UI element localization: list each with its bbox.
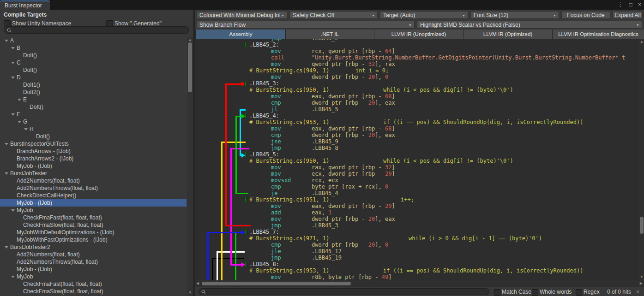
branch-arrowhead-blue (241, 230, 245, 235)
fold-open-icon[interactable] (11, 62, 15, 64)
window-tab-title: Burst Inspector (5, 2, 42, 9)
code-hscrollbar-thumb[interactable] (202, 282, 351, 285)
tree-item-g[interactable]: G (0, 118, 187, 125)
fold-open-icon[interactable] (24, 128, 28, 130)
tab-llvm-ir-unoptimized[interactable]: LLVM IR (Unoptimized) (374, 30, 463, 39)
focus-on-code-button[interactable]: Focus on Code (561, 11, 610, 19)
tree-item-doit[interactable]: DoIt() (0, 103, 187, 111)
tree-item-label: G (23, 118, 27, 125)
show-generated-label: Show ".Generated" (114, 20, 162, 27)
search-icon (201, 289, 206, 295)
tree-item-label: BranchArrows2 - (IJob) (17, 155, 73, 162)
tree-item-brancharrows-ijob[interactable]: BranchArrows - (IJob) (0, 148, 187, 155)
tab-llvm-ir-diagnostics[interactable]: LLVM IR Optimisation Diagnostics (553, 30, 644, 39)
match-case-checkbox[interactable] (494, 289, 500, 296)
fold-open-icon[interactable] (11, 77, 15, 79)
fold-open-icon[interactable] (18, 121, 21, 123)
window-controls: ⋮ □ × (614, 0, 641, 10)
tree-item-label: B (17, 44, 20, 52)
tab-llvm-ir-optimized[interactable]: LLVM IR (Optimized) (463, 30, 552, 39)
tree-item-myjob-ijob[interactable]: MyJob - (IJob) (0, 162, 187, 170)
tree-scrollbar-thumb[interactable] (188, 42, 192, 92)
fold-open-icon[interactable] (5, 172, 8, 175)
tree-item-burstjobtester2[interactable]: BurstJobTester2 (0, 243, 187, 251)
scroll-right-icon[interactable]: ▶ (640, 282, 643, 285)
compile-targets-search[interactable] (4, 26, 189, 34)
tab-net-il[interactable]: .NET IL (286, 30, 374, 39)
tree-item-add2numbers-float-float[interactable]: Add2Numbers(float, float) (0, 177, 187, 184)
fold-open-icon[interactable] (11, 113, 15, 116)
tab-burst-inspector[interactable]: Burst Inspector (0, 0, 50, 10)
code-vertical-scrollbar[interactable]: ▲ ▼ (639, 39, 644, 280)
tree-item-myjob[interactable]: MyJob (0, 207, 187, 214)
tree-item-e[interactable]: E (0, 96, 187, 103)
tree-item-doit[interactable]: DoIt() (0, 52, 187, 59)
scroll-left-icon[interactable]: ◀ (196, 282, 199, 285)
tree-item-add2numbers-float-float[interactable]: Add2Numbers(float, float) (0, 251, 187, 258)
dropdown-safety-check[interactable]: Safety Check Off▼ (289, 11, 378, 19)
tree-item-doit2[interactable]: DoIt2() (0, 89, 187, 96)
tree-item-label: BurstJobTester (10, 170, 47, 177)
maximize-icon[interactable]: □ (629, 0, 632, 10)
search-input[interactable] (13, 27, 188, 34)
chevron-down-icon: ▼ (636, 21, 639, 29)
find-input[interactable] (207, 289, 486, 296)
fold-open-icon[interactable] (11, 276, 15, 278)
scroll-up-icon[interactable]: ▲ (188, 38, 192, 42)
tab-assembly[interactable]: Assembly (196, 30, 285, 39)
tree-item-a[interactable]: A (0, 37, 187, 44)
tree-item-c[interactable]: C (0, 59, 187, 66)
scroll-down-icon[interactable]: ▼ (188, 291, 192, 295)
tree-item-doit[interactable]: DoIt() (0, 133, 187, 140)
tree-item-myjob-ijob[interactable]: MyJob - (IJob) (0, 199, 187, 207)
dropdown-target[interactable]: Target (Auto)▼ (380, 11, 468, 19)
tree-item-label: CheckFmaFast(float, float, float) (23, 214, 102, 221)
tree-item-checkfmafast-float-float-float[interactable]: CheckFmaFast(float, float, float) (0, 214, 187, 221)
tree-item-checkfmafast-float-float-float[interactable]: CheckFmaFast(float, float, float) (0, 280, 187, 288)
whole-words-checkbox[interactable] (532, 289, 538, 296)
code-vscrollbar-thumb[interactable] (640, 217, 644, 234)
tree-item-myjob-ijob[interactable]: MyJob - (IJob) (0, 266, 187, 273)
menu-icon[interactable]: ⋮ (618, 0, 623, 10)
tree-item-burstjobtester[interactable]: BurstJobTester (0, 170, 187, 177)
tree-item-myjob[interactable]: MyJob (0, 273, 187, 280)
close-icon[interactable]: × (638, 0, 641, 10)
fold-open-icon[interactable] (11, 47, 15, 49)
dropdown-show-branch-flow[interactable]: Show Branch Flow▼ (196, 21, 415, 29)
tree-item-checkfmaslow-float-float-float[interactable]: CheckFmaSlow(float, float, float) (0, 221, 187, 229)
fold-open-icon[interactable] (18, 99, 21, 101)
tree-item-checkdirectcallhelper[interactable]: CheckDirectCallHelper() (0, 192, 187, 199)
toolbar-row-1: Coloured With Minimal Debug Infi▼Safety … (195, 10, 644, 20)
tree-item-add2numbersthrows-float-float[interactable]: Add2NumbersThrows(float, float) (0, 184, 187, 192)
tree-item-h[interactable]: H (0, 125, 187, 133)
fold-open-icon[interactable] (5, 246, 8, 249)
find-box[interactable] (199, 288, 489, 295)
tree-scrollbar[interactable]: ▲ ▼ (187, 37, 193, 296)
dropdown-font-size[interactable]: Font Size (12)▼ (470, 11, 559, 19)
tree-item-doit[interactable]: DoIt() (0, 66, 187, 74)
find-close-icon[interactable]: × (636, 289, 639, 295)
code-horizontal-scrollbar[interactable]: ◀ ▶ (195, 280, 644, 287)
expand-all-button[interactable]: Expand All (613, 11, 643, 19)
tree-item-checkfmaslow-float-float-float[interactable]: CheckFmaSlow(float, float, float) (0, 288, 187, 295)
tree-item-myjobwithfastoptimizations-ijob[interactable]: MyJobWithFastOptimizations - (IJob) (0, 236, 187, 243)
branch-arrowhead-magenta (241, 262, 245, 267)
dropdown-highlight-simd[interactable]: Highlight SIMD Scalar vs Packed (False)▼ (417, 21, 642, 29)
tree-item-f[interactable]: F (0, 111, 187, 118)
fold-open-icon[interactable] (5, 40, 8, 42)
fold-open-icon[interactable] (5, 143, 8, 145)
tree-item-d[interactable]: D (0, 74, 187, 81)
tree-item-add2numbersthrows-float-float[interactable]: Add2NumbersThrows(float, float) (0, 258, 187, 266)
dropdown-debug-info[interactable]: Coloured With Minimal Debug Infi▼ (196, 11, 287, 19)
scroll-down-icon[interactable]: ▼ (640, 275, 644, 279)
tree-item-doit1[interactable]: DoIt1() (0, 81, 187, 89)
fold-open-icon[interactable] (11, 209, 15, 212)
whole-words-label: Whole words (540, 289, 572, 295)
tree-item-myjobwithdefaultoptimizations-ijob[interactable]: MyJobWithDefaultOptimizations - (IJob) (0, 229, 187, 236)
tree-item-burstinspectorguitests[interactable]: BurstInspectorGUITests (0, 140, 187, 148)
tree-item-brancharrows2-ijob[interactable]: BranchArrows2 - (IJob) (0, 155, 187, 162)
scroll-up-icon[interactable]: ▲ (640, 40, 644, 44)
regex-checkbox[interactable] (576, 289, 582, 296)
tree-item-label: A (10, 37, 14, 44)
tree-item-b[interactable]: B (0, 44, 187, 52)
